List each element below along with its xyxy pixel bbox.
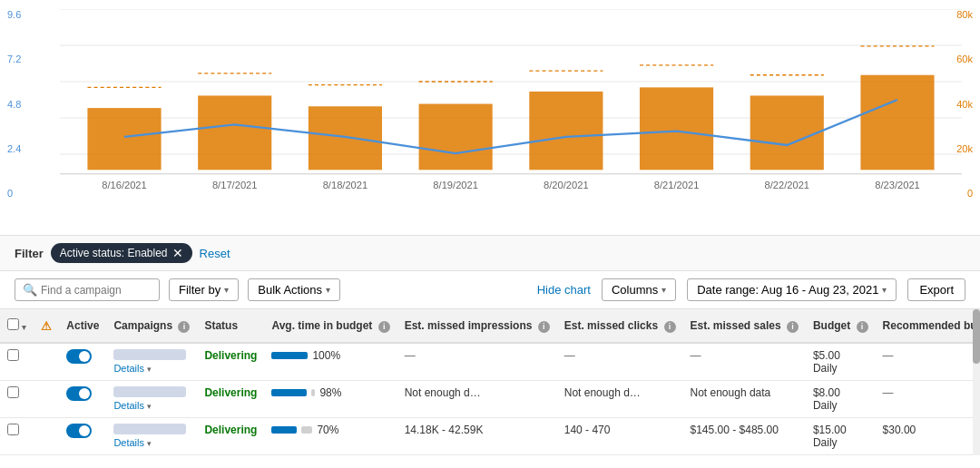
row2-recommended-budget: — [876,381,980,418]
row1-budget-amount: $5.00 [813,349,868,362]
row1-campaign-cell: Details ▾ [106,343,197,381]
row3-warning-cell [34,418,59,455]
row1-status: Delivering [204,349,257,362]
row3-checkbox-cell [0,418,34,455]
svg-rect-18 [750,95,824,170]
filter-by-button[interactable]: Filter by ▾ [169,278,239,301]
row3-campaign-cell: Details ▾ [106,418,197,455]
filter-tag-text: Active status: Enabled [60,247,168,259]
row1-details-chevron[interactable]: ▾ [147,365,152,374]
row3-budget-amount: $15.00 [813,424,868,436]
row1-avg-time-cell: 100% [264,343,397,381]
row3-avg-time-pct: 70% [317,424,338,436]
filter-label: Filter [15,247,44,260]
svg-text:8/20/2021: 8/20/2021 [544,180,589,190]
th-checkbox: ▾ [0,309,34,343]
row1-details-link[interactable]: Details [113,363,144,374]
row3-checkbox[interactable] [7,424,19,435]
th-checkbox-chevron[interactable]: ▾ [22,323,26,332]
est-sales-info-icon[interactable]: i [787,321,799,333]
est-impressions-info-icon[interactable]: i [538,321,550,333]
y-left-0: 0 [7,188,21,199]
th-est-missed-sales-label: Est. missed sales [691,319,781,332]
row1-budget-period: Daily [813,362,868,375]
th-est-missed-clicks-label: Est. missed clicks [564,319,658,332]
bulk-actions-button[interactable]: Bulk Actions ▾ [248,278,340,301]
row2-status-cell: Delivering [197,381,264,418]
th-campaigns: Campaigns i [106,309,197,343]
date-range-button[interactable]: Date range: Aug 16 - Aug 23, 2021 ▾ [687,278,897,301]
est-clicks-info-icon[interactable]: i [664,321,676,333]
export-button[interactable]: Export [907,278,965,301]
chart-svg: 8/16/2021 8/17/2021 8/18/2021 8/19/2021 … [60,9,962,190]
svg-rect-20 [860,75,934,171]
columns-label: Columns [612,283,658,297]
row3-progress-bar [271,426,297,434]
svg-rect-10 [309,106,382,170]
budget-info-icon[interactable]: i [857,321,868,333]
svg-text:8/18/2021: 8/18/2021 [323,180,368,190]
y-right-40k: 40k [956,99,973,110]
row2-progress-container: 98% [271,386,389,399]
campaigns-info-icon[interactable]: i [178,321,190,333]
warning-header-icon: ⚠ [41,319,52,333]
filter-tag-close-icon[interactable]: ✕ [172,246,183,260]
filter-by-label: Filter by [179,283,220,297]
row2-avg-time-pct: 98% [319,386,341,399]
campaign-search-input[interactable] [41,284,150,297]
row2-checkbox-cell [0,381,34,418]
row3-toggle[interactable] [66,424,92,438]
select-all-checkbox[interactable] [7,318,19,330]
row1-toggle-cell [59,343,106,381]
row2-progress-bg [311,389,315,396]
search-input-container[interactable]: 🔍 [15,278,160,301]
filter-by-chevron-icon: ▾ [224,285,229,295]
row1-checkbox[interactable] [7,349,19,361]
filter-tag-active-status[interactable]: Active status: Enabled ✕ [51,243,192,263]
row2-checkbox[interactable] [7,386,19,398]
table-header-row: ▾ ⚠ Active Campaigns i Status Avg. time … [0,309,980,343]
row1-est-missed-sales: — [683,343,806,381]
row1-toggle[interactable] [66,349,92,364]
columns-chevron-icon: ▾ [662,285,666,295]
row3-est-missed-sales: $145.00 - $485.00 [683,418,806,455]
svg-rect-6 [87,108,161,170]
row2-est-missed-clicks: Not enough d… [557,381,683,418]
row2-warning-cell [34,381,59,418]
search-icon: 🔍 [23,283,37,297]
svg-text:8/21/2021: 8/21/2021 [654,180,700,190]
scrollbar-thumb[interactable] [973,309,980,364]
row2-details-link[interactable]: Details [113,400,144,411]
y-axis-right: 80k 60k 40k 20k 0 [956,9,973,199]
row2-details-chevron[interactable]: ▾ [147,402,152,411]
row3-details-link[interactable]: Details [113,437,144,448]
y-right-20k: 20k [956,143,973,154]
row2-toggle[interactable] [66,386,92,401]
y-axis-left: 9.6 7.2 4.8 2.4 0 [7,9,21,199]
bulk-actions-label: Bulk Actions [258,283,322,297]
row1-checkbox-cell [0,343,34,381]
row3-progress-bg [301,426,312,434]
svg-text:8/16/2021: 8/16/2021 [102,180,147,190]
avg-time-info-icon[interactable]: i [378,321,390,333]
th-campaigns-label: Campaigns [113,319,172,332]
bulk-actions-chevron-icon: ▾ [326,285,330,295]
filter-bar: Filter Active status: Enabled ✕ Reset [0,236,980,271]
row3-budget-cell: $15.00 Daily [806,418,876,455]
row3-details-chevron[interactable]: ▾ [147,439,152,448]
row3-est-missed-clicks: 140 - 470 [557,418,683,455]
hide-chart-link[interactable]: Hide chart [537,283,591,297]
th-recommended-budget-label: Recommended budget [883,319,980,332]
row3-progress-container: 70% [271,424,389,436]
table-wrapper: ▾ ⚠ Active Campaigns i Status Avg. time … [0,309,980,455]
toolbar-right: Hide chart Columns ▾ Date range: Aug 16 … [537,278,965,301]
svg-text:8/19/2021: 8/19/2021 [433,180,478,190]
th-avg-time-label: Avg. time in budget [271,319,372,332]
y-left-7.2: 7.2 [7,54,21,64]
row2-budget-period: Daily [813,399,868,412]
y-left-9.6: 9.6 [7,9,21,20]
row2-est-missed-impressions: Not enough d… [397,381,557,418]
row1-status-cell: Delivering [197,343,264,381]
reset-link[interactable]: Reset [200,247,230,260]
columns-button[interactable]: Columns ▾ [602,278,676,301]
